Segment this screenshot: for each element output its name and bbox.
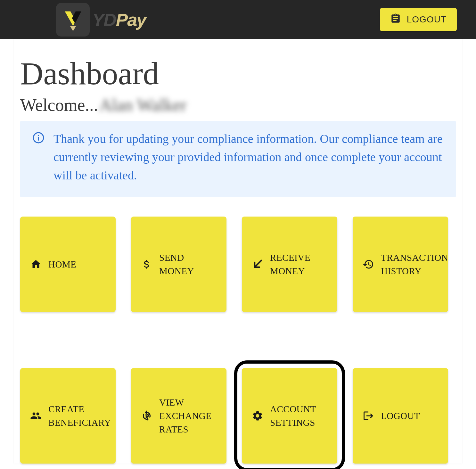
tile-label: LOGOUT	[381, 409, 420, 423]
welcome-line: Welcome... Alan Walker	[20, 95, 456, 115]
history-icon	[362, 258, 374, 270]
tile-label: VIEW EXCHANGE RATES	[159, 396, 217, 436]
tile-home[interactable]: HOME	[20, 217, 116, 312]
tile-view-exchange-rates[interactable]: VIEW EXCHANGE RATES	[131, 368, 226, 464]
tile-label: RECEIVE MONEY	[270, 251, 328, 278]
tile-create-beneficiary[interactable]: CREATE BENEFICIARY	[20, 368, 116, 464]
brand-logo[interactable]: YDPay	[56, 3, 146, 37]
tiles-grid: HOME SEND MONEY RECEIVE MONEY TRANSACTIO…	[20, 217, 456, 464]
welcome-user-name: Alan Walker	[99, 95, 186, 115]
top-bar: YDPay LOGOUT	[0, 0, 476, 39]
home-icon	[30, 258, 42, 270]
tile-label: SEND MONEY	[159, 251, 217, 278]
brand-wordmark: YDPay	[92, 9, 146, 30]
tile-account-settings[interactable]: ACCOUNT SETTINGS	[242, 368, 337, 464]
dollar-icon	[141, 258, 153, 270]
tile-label: ACCOUNT SETTINGS	[270, 402, 328, 429]
info-icon	[32, 132, 45, 185]
info-alert: Thank you for updating your compliance i…	[20, 121, 456, 197]
header-logout-button[interactable]: LOGOUT	[380, 8, 457, 31]
tile-transaction-history[interactable]: TRANSACTION HISTORY	[353, 217, 448, 312]
brand-mark	[56, 3, 90, 37]
people-icon	[30, 410, 42, 422]
gear-icon	[251, 410, 264, 422]
alert-message: Thank you for updating your compliance i…	[53, 130, 443, 185]
page-title: Dashboard	[20, 55, 456, 92]
tile-label: HOME	[48, 258, 76, 271]
tile-label: TRANSACTION HISTORY	[381, 251, 448, 278]
clipboard-icon	[390, 13, 401, 26]
arrow-down-left-icon	[251, 258, 264, 270]
logout-icon	[362, 410, 374, 422]
welcome-prefix: Welcome...	[20, 95, 98, 115]
page-content: Dashboard Welcome... Alan Walker Thank y…	[14, 39, 462, 464]
tile-label: CREATE BENEFICIARY	[48, 402, 111, 429]
tile-logout[interactable]: LOGOUT	[353, 368, 448, 464]
tile-receive-money[interactable]: RECEIVE MONEY	[242, 217, 337, 312]
header-logout-label: LOGOUT	[407, 14, 447, 25]
exchange-icon	[141, 410, 153, 422]
tile-send-money[interactable]: SEND MONEY	[131, 217, 226, 312]
svg-marker-6	[70, 26, 76, 31]
